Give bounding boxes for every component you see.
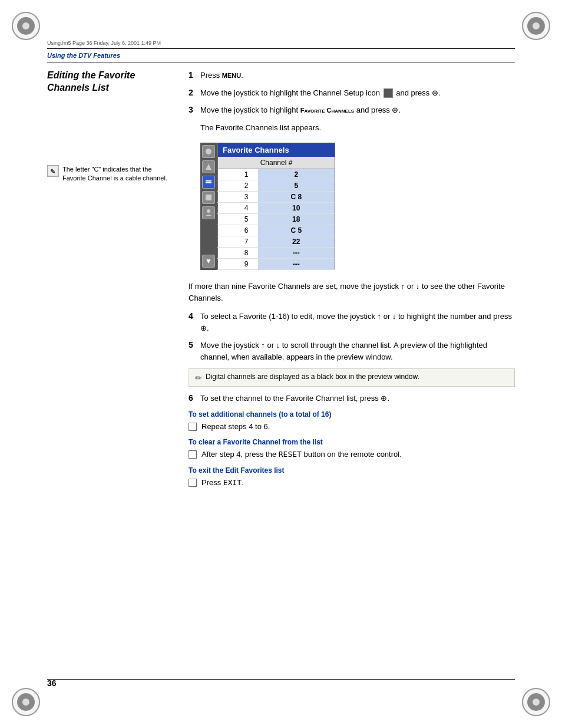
corner-decoration-tl xyxy=(12,12,40,40)
bullet-clear-text: After step 4, press the RESET button on … xyxy=(201,449,402,460)
row-val: 10 xyxy=(258,203,335,214)
row-num: 3 xyxy=(218,192,258,203)
row-num: 1 xyxy=(218,169,258,180)
digital-note-text: Digital channels are displayed as a blac… xyxy=(206,373,419,381)
step-6: 6 To set the channel to the Favorite Cha… xyxy=(189,393,515,404)
checkbox-exit xyxy=(189,479,197,487)
step-4-number: 4 xyxy=(189,311,200,321)
checkbox-clear xyxy=(189,450,197,459)
bullet-additional-text: Repeat steps 4 to 6. xyxy=(201,421,270,433)
step-3-number: 3 xyxy=(189,105,200,114)
bullet-clear: After step 4, press the RESET button on … xyxy=(189,449,515,460)
sidebar-icon-1 xyxy=(202,145,215,158)
sidebar-icons: ▼ xyxy=(200,143,217,270)
page-number: 36 xyxy=(47,678,57,688)
row-num: 8 xyxy=(218,248,258,259)
left-column: Editing the Favorite Channels List ✎ The… xyxy=(47,70,171,183)
subheading-exit: To exit the Edit Favorites list Press EX… xyxy=(189,466,515,489)
table-row: 2 5 xyxy=(218,180,335,192)
table-row: 8 --- xyxy=(218,248,335,259)
table-row: 7 22 xyxy=(218,236,335,248)
subheading-clear-label: To clear a Favorite Channel from the lis… xyxy=(189,438,515,446)
channels-table-container: ▼ Favorite Channels Channel # 1 2 2 5 xyxy=(200,143,335,270)
step-4-text: To select a Favorite (1-16) to edit, mov… xyxy=(200,311,515,334)
bullet-exit-text: Press EXIT. xyxy=(201,477,244,489)
step-1-text: Press MENU. xyxy=(200,70,515,81)
step-2-number: 2 xyxy=(189,88,200,97)
table-row: 3 C 8 xyxy=(218,192,335,203)
svg-rect-4 xyxy=(206,182,211,183)
row-val: C 5 xyxy=(258,225,335,236)
sidebar-icon-5 xyxy=(202,206,215,219)
pencil-icon: ✏ xyxy=(195,373,202,383)
row-val: 22 xyxy=(258,236,335,248)
table-row: 1 2 xyxy=(218,169,335,180)
step-4: 4 To select a Favorite (1-16) to edit, m… xyxy=(189,311,515,334)
step-2: 2 Move the joystick to highlight the Cha… xyxy=(189,87,515,99)
table-wrapper: ▼ Favorite Channels Channel # 1 2 2 5 xyxy=(200,143,335,270)
digital-note-callout: ✏ Digital channels are displayed as a bl… xyxy=(189,368,515,387)
row-num: 6 xyxy=(218,225,258,236)
subheading-exit-label: To exit the Edit Favorites list xyxy=(189,466,515,475)
row-val: --- xyxy=(258,259,335,270)
table-title: Favorite Channels xyxy=(218,143,335,157)
checkbox-additional xyxy=(189,423,197,431)
svg-rect-5 xyxy=(206,195,211,200)
table-row: 5 18 xyxy=(218,214,335,225)
section-rule xyxy=(47,62,515,62)
table-row: 4 10 xyxy=(218,203,335,214)
section-header: Using the DTV Features xyxy=(47,52,120,59)
after-table-text: The Favorite Channels list appears. xyxy=(200,122,515,134)
file-info: Using.fm5 Page 36 Friday, July 6, 2001 1… xyxy=(47,40,161,46)
step-2-text: Move the joystick to highlight the Chann… xyxy=(200,87,515,99)
note-icon: ✎ xyxy=(47,165,59,177)
svg-text:✎: ✎ xyxy=(50,167,55,174)
step-5-text: Move the joystick ↑ or ↓ to scroll throu… xyxy=(200,340,515,363)
sidebar-icon-3 xyxy=(202,176,215,189)
table-header-row: Channel # xyxy=(218,157,335,169)
step-1: 1 Press MENU. xyxy=(189,70,515,81)
row-num: 2 xyxy=(218,180,258,192)
sidebar-icon-down: ▼ xyxy=(202,255,215,268)
main-content: 1 Press MENU. 2 Move the joystick to hig… xyxy=(189,70,515,492)
svg-point-6 xyxy=(207,209,210,213)
row-num: 5 xyxy=(218,214,258,225)
row-val: 2 xyxy=(258,169,335,180)
channels-table: Favorite Channels Channel # 1 2 2 5 3 C … xyxy=(217,143,335,270)
svg-point-2 xyxy=(206,149,211,154)
table-title-row: Favorite Channels xyxy=(218,143,335,157)
row-val: 5 xyxy=(258,180,335,192)
step-3-text: Move the joystick to highlight Favorite … xyxy=(200,104,515,116)
step-3: 3 Move the joystick to highlight Favorit… xyxy=(189,104,515,116)
bullet-exit: Press EXIT. xyxy=(189,477,515,489)
step-5-number: 5 xyxy=(189,340,200,350)
row-val: --- xyxy=(258,248,335,259)
bullet-additional: Repeat steps 4 to 6. xyxy=(189,421,515,433)
table-row: 6 C 5 xyxy=(218,225,335,236)
corner-decoration-br xyxy=(522,688,550,716)
sidebar-icon-2 xyxy=(202,160,215,173)
corner-decoration-tr xyxy=(522,12,550,40)
svg-rect-3 xyxy=(206,180,211,182)
step-6-number: 6 xyxy=(189,393,200,403)
more-text: If more than nine Favorite Channels are … xyxy=(189,281,515,304)
row-num: 4 xyxy=(218,203,258,214)
row-num: 9 xyxy=(218,259,258,270)
corner-decoration-bl xyxy=(12,688,40,716)
table-row: 9 --- xyxy=(218,259,335,270)
step-1-number: 1 xyxy=(189,70,200,80)
step-6-text: To set the channel to the Favorite Chann… xyxy=(200,393,515,404)
row-val: 18 xyxy=(258,214,335,225)
sidebar-icon-4 xyxy=(202,191,215,204)
bottom-rule xyxy=(47,679,515,680)
row-val: C 8 xyxy=(258,192,335,203)
section-title: Editing the Favorite Channels List xyxy=(47,70,171,94)
step-5: 5 Move the joystick ↑ or ↓ to scroll thr… xyxy=(189,340,515,363)
subheading-additional: To set additional channels (to a total o… xyxy=(189,410,515,433)
table-header: Channel # xyxy=(218,157,335,169)
subheading-clear: To clear a Favorite Channel from the lis… xyxy=(189,438,515,460)
subheading-additional-label: To set additional channels (to a total o… xyxy=(189,410,515,419)
note-text: The letter "C" indicates that the Favori… xyxy=(62,165,171,183)
note-box: ✎ The letter "C" indicates that the Favo… xyxy=(47,165,171,183)
meta-bar: Using.fm5 Page 36 Friday, July 6, 2001 1… xyxy=(47,40,515,49)
